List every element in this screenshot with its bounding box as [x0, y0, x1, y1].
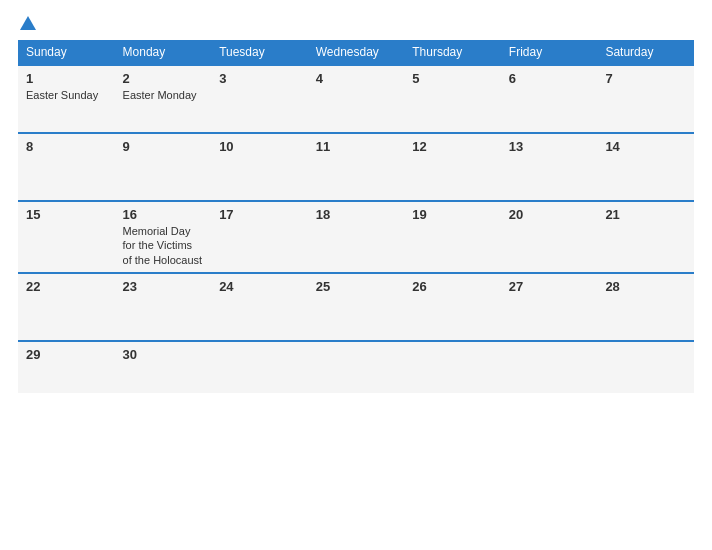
calendar-cell [211, 341, 308, 393]
calendar-cell: 11 [308, 133, 405, 201]
calendar-cell: 7 [597, 65, 694, 133]
day-number: 11 [316, 139, 397, 154]
day-number: 12 [412, 139, 493, 154]
weekday-header-sunday: Sunday [18, 40, 115, 65]
day-number: 17 [219, 207, 300, 222]
holiday-label: Easter Sunday [26, 88, 107, 102]
calendar-cell [597, 341, 694, 393]
calendar-header: SundayMondayTuesdayWednesdayThursdayFrid… [18, 40, 694, 65]
calendar-cell: 1Easter Sunday [18, 65, 115, 133]
holiday-label: Easter Monday [123, 88, 204, 102]
logo-triangle-icon [20, 16, 36, 30]
week-row-2: 891011121314 [18, 133, 694, 201]
header [18, 16, 694, 30]
calendar-cell: 14 [597, 133, 694, 201]
calendar-cell: 8 [18, 133, 115, 201]
weekday-header-row: SundayMondayTuesdayWednesdayThursdayFrid… [18, 40, 694, 65]
calendar-cell: 28 [597, 273, 694, 341]
weekday-header-monday: Monday [115, 40, 212, 65]
calendar-cell: 4 [308, 65, 405, 133]
calendar-cell: 24 [211, 273, 308, 341]
logo [18, 16, 38, 30]
week-row-4: 22232425262728 [18, 273, 694, 341]
calendar-cell: 23 [115, 273, 212, 341]
day-number: 19 [412, 207, 493, 222]
weekday-header-saturday: Saturday [597, 40, 694, 65]
day-number: 4 [316, 71, 397, 86]
weekday-header-thursday: Thursday [404, 40, 501, 65]
week-row-1: 1Easter Sunday2Easter Monday34567 [18, 65, 694, 133]
calendar-cell: 29 [18, 341, 115, 393]
day-number: 8 [26, 139, 107, 154]
calendar-cell: 10 [211, 133, 308, 201]
day-number: 15 [26, 207, 107, 222]
calendar-cell: 22 [18, 273, 115, 341]
calendar-cell: 25 [308, 273, 405, 341]
calendar-cell: 26 [404, 273, 501, 341]
calendar-cell: 2Easter Monday [115, 65, 212, 133]
calendar-page: SundayMondayTuesdayWednesdayThursdayFrid… [0, 0, 712, 550]
calendar-cell [501, 341, 598, 393]
calendar-cell: 20 [501, 201, 598, 273]
day-number: 9 [123, 139, 204, 154]
day-number: 18 [316, 207, 397, 222]
day-number: 22 [26, 279, 107, 294]
calendar-table: SundayMondayTuesdayWednesdayThursdayFrid… [18, 40, 694, 393]
day-number: 24 [219, 279, 300, 294]
week-row-5: 2930 [18, 341, 694, 393]
day-number: 2 [123, 71, 204, 86]
calendar-cell: 17 [211, 201, 308, 273]
calendar-cell: 27 [501, 273, 598, 341]
day-number: 6 [509, 71, 590, 86]
day-number: 3 [219, 71, 300, 86]
calendar-body: 1Easter Sunday2Easter Monday345678910111… [18, 65, 694, 393]
calendar-cell: 16Memorial Day for the Victims of the Ho… [115, 201, 212, 273]
day-number: 10 [219, 139, 300, 154]
calendar-cell: 15 [18, 201, 115, 273]
calendar-cell: 6 [501, 65, 598, 133]
calendar-cell: 3 [211, 65, 308, 133]
day-number: 13 [509, 139, 590, 154]
day-number: 5 [412, 71, 493, 86]
calendar-cell [308, 341, 405, 393]
day-number: 27 [509, 279, 590, 294]
calendar-cell: 5 [404, 65, 501, 133]
day-number: 25 [316, 279, 397, 294]
weekday-header-wednesday: Wednesday [308, 40, 405, 65]
day-number: 16 [123, 207, 204, 222]
day-number: 1 [26, 71, 107, 86]
day-number: 29 [26, 347, 107, 362]
week-row-3: 1516Memorial Day for the Victims of the … [18, 201, 694, 273]
day-number: 7 [605, 71, 686, 86]
day-number: 21 [605, 207, 686, 222]
calendar-cell: 30 [115, 341, 212, 393]
calendar-cell: 12 [404, 133, 501, 201]
day-number: 20 [509, 207, 590, 222]
weekday-header-tuesday: Tuesday [211, 40, 308, 65]
day-number: 23 [123, 279, 204, 294]
calendar-cell: 21 [597, 201, 694, 273]
holiday-label: Memorial Day for the Victims of the Holo… [123, 224, 204, 267]
calendar-cell: 13 [501, 133, 598, 201]
calendar-cell: 9 [115, 133, 212, 201]
weekday-header-friday: Friday [501, 40, 598, 65]
day-number: 28 [605, 279, 686, 294]
day-number: 14 [605, 139, 686, 154]
calendar-cell: 19 [404, 201, 501, 273]
day-number: 30 [123, 347, 204, 362]
calendar-cell [404, 341, 501, 393]
calendar-cell: 18 [308, 201, 405, 273]
day-number: 26 [412, 279, 493, 294]
